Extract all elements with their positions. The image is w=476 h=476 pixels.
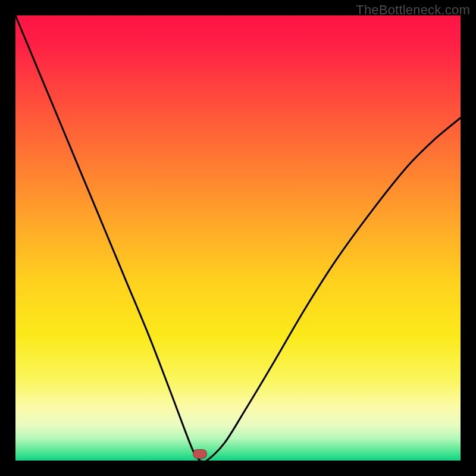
curve-svg — [15, 15, 461, 461]
chart-frame: TheBottleneck.com — [0, 0, 476, 476]
watermark-text: TheBottleneck.com — [356, 2, 470, 18]
minimum-marker — [193, 449, 207, 459]
bottleneck-curve — [15, 15, 461, 461]
plot-area — [15, 15, 461, 461]
